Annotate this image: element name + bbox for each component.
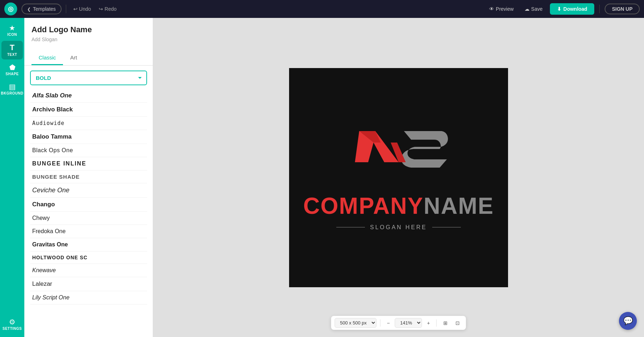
zoom-out-button[interactable]: −: [384, 319, 392, 327]
list-item[interactable]: Lily Script One: [30, 291, 147, 304]
panel-header: Add Logo Name Add Slogan: [24, 18, 153, 46]
sidebar-bottom: ⚙ SETTINGS: [1, 316, 23, 337]
panel: Add Logo Name Add Slogan Classic Art BOL…: [24, 18, 153, 337]
sidebar-item-shape[interactable]: ⬟ SHAPE: [1, 61, 23, 79]
topbar-right: 👁 Preview ☁ Save ⬇ Download SIGN UP: [486, 3, 640, 15]
fit-icon: ⊡: [455, 320, 460, 326]
templates-button[interactable]: Templates: [21, 4, 62, 14]
zoom-select[interactable]: 141%: [395, 318, 422, 328]
canvas-area: COMPANY NAME SLOGAN HERE 500 x 500 px −: [153, 18, 644, 337]
chat-bubble[interactable]: 💬: [619, 312, 637, 330]
list-item[interactable]: Fredoka One: [30, 225, 147, 238]
signup-button[interactable]: SIGN UP: [605, 4, 640, 14]
toolbar-sep: [380, 319, 380, 327]
topbar-divider: [66, 5, 66, 13]
company-text-gray: NAME: [424, 193, 494, 219]
list-item[interactable]: Audiowide: [30, 117, 147, 130]
grid-view-button[interactable]: ⊞: [440, 319, 450, 327]
redo-label: Redo: [104, 6, 116, 12]
sidebar-icon-label: ICON: [8, 33, 17, 37]
list-item[interactable]: Chango: [30, 198, 147, 212]
preview-button[interactable]: 👁 Preview: [486, 4, 517, 14]
panel-body: BOLD REGULAR LIGHT THIN Alfa Slab One Ar…: [24, 66, 153, 337]
company-text-red: COMPANY: [303, 193, 424, 219]
canvas-size-select[interactable]: 500 x 500 px: [335, 318, 376, 328]
logo-area: [289, 125, 508, 182]
settings-icon: ⚙: [9, 318, 15, 326]
slogan-line-right: [432, 227, 461, 227]
list-item[interactable]: Gravitas One: [30, 238, 147, 251]
sidebar-settings-label: SETTINGS: [3, 327, 22, 331]
list-item[interactable]: Ceviche One: [30, 183, 147, 198]
topbar-separator: [599, 5, 600, 13]
panel-title: Add Logo Name: [31, 25, 146, 34]
sidebar-item-settings[interactable]: ⚙ SETTINGS: [1, 316, 23, 333]
app-logo[interactable]: ◎: [4, 3, 17, 15]
redo-button[interactable]: ↪ Redo: [96, 4, 119, 14]
text-icon: T: [10, 44, 14, 52]
undo-redo-group: ↩ Undo ↪ Redo: [70, 4, 119, 14]
font-list: Alfa Slab One Archivo Black Audiowide Ba…: [30, 89, 147, 304]
tab-classic[interactable]: Classic: [31, 51, 63, 65]
canvas-toolbar: 500 x 500 px − 141% + ⊞ ⊡: [331, 316, 466, 330]
signup-label: SIGN UP: [612, 6, 633, 12]
save-icon: ☁: [525, 6, 530, 12]
sidebar-text-label: TEXT: [7, 53, 17, 57]
bkground-icon: ▤: [9, 83, 16, 90]
sidebar-item-text[interactable]: T TEXT: [1, 41, 23, 59]
fit-button[interactable]: ⊡: [453, 319, 463, 327]
list-item[interactable]: Lalezar: [30, 277, 147, 291]
company-name: COMPANY NAME: [303, 193, 494, 219]
canvas-design[interactable]: COMPANY NAME SLOGAN HERE: [289, 68, 508, 287]
font-style-dropdown[interactable]: BOLD REGULAR LIGHT THIN: [30, 71, 147, 85]
download-label: Download: [564, 6, 587, 12]
undo-button[interactable]: ↩ Undo: [70, 4, 94, 14]
list-item[interactable]: Chewy: [30, 212, 147, 225]
list-item[interactable]: BUNGEE SHADE: [30, 170, 147, 183]
download-button[interactable]: ⬇ Download: [550, 3, 595, 15]
vs-logo-svg: [348, 125, 449, 182]
list-item[interactable]: Archivo Black: [30, 103, 147, 117]
shape-icon: ⬟: [9, 64, 15, 71]
slogan-row: SLOGAN HERE: [336, 224, 461, 231]
zoom-minus-icon: −: [387, 320, 390, 326]
tab-art[interactable]: Art: [63, 51, 84, 65]
list-item[interactable]: Alfa Slab One: [30, 89, 147, 103]
toolbar-sep2: [436, 319, 437, 327]
logo-symbol: ◎: [8, 5, 14, 13]
list-item[interactable]: Black Ops One: [30, 144, 147, 157]
save-button[interactable]: ☁ Save: [521, 4, 546, 14]
sidebar-shape-label: SHAPE: [6, 72, 19, 76]
slogan-text: SLOGAN HERE: [370, 224, 427, 231]
back-icon: [27, 6, 31, 12]
topbar: ◎ Templates ↩ Undo ↪ Redo 👁 Preview ☁ Sa…: [0, 0, 644, 18]
sidebar-bkground-label: BKGROUND: [1, 91, 24, 95]
download-icon: ⬇: [557, 6, 561, 12]
zoom-plus-icon: +: [427, 320, 430, 326]
chat-icon: 💬: [623, 316, 633, 326]
panel-subtitle: Add Slogan: [31, 37, 146, 42]
list-item[interactable]: BUNGEE INLINE: [30, 157, 147, 170]
undo-icon: ↩: [73, 6, 78, 12]
preview-icon: 👁: [489, 6, 494, 12]
star-icon: ★: [9, 24, 15, 32]
redo-icon: ↪: [99, 6, 103, 12]
templates-label: Templates: [33, 6, 56, 12]
zoom-in-button[interactable]: +: [424, 319, 433, 327]
main-area: ★ ICON T TEXT ⬟ SHAPE ▤ BKGROUND ⚙ SETTI…: [0, 18, 644, 337]
grid-icon: ⊞: [443, 320, 448, 326]
save-label: Save: [531, 6, 543, 12]
list-item[interactable]: HOLTWOOD ONE SC: [30, 251, 147, 264]
sidebar-item-icon[interactable]: ★ ICON: [1, 21, 23, 39]
slogan-line-left: [336, 227, 365, 227]
list-item[interactable]: Knewave: [30, 264, 147, 277]
preview-label: Preview: [496, 6, 514, 12]
sidebar-item-bkground[interactable]: ▤ BKGROUND: [1, 80, 23, 98]
panel-tabs: Classic Art: [24, 51, 153, 66]
list-item[interactable]: Baloo Tamma: [30, 130, 147, 144]
undo-label: Undo: [79, 6, 91, 12]
canvas-wrapper: COMPANY NAME SLOGAN HERE: [289, 68, 508, 287]
sidebar-icons: ★ ICON T TEXT ⬟ SHAPE ▤ BKGROUND ⚙ SETTI…: [0, 18, 24, 337]
